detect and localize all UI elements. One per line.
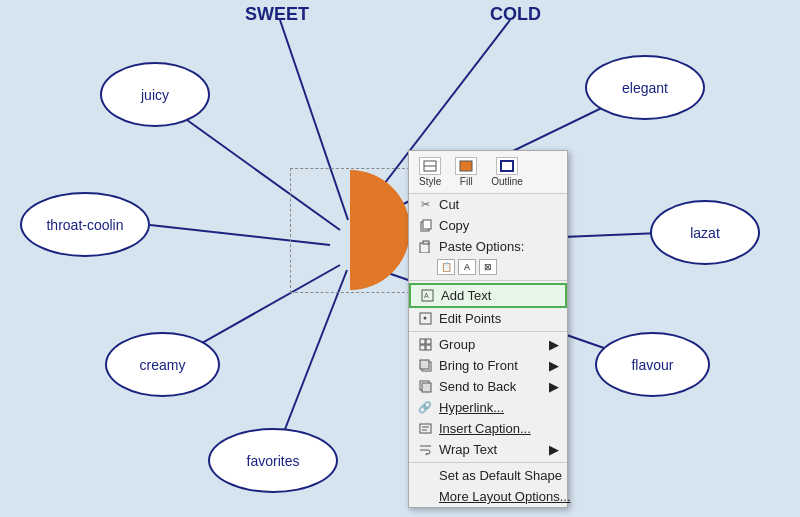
svg-point-20 xyxy=(423,317,426,320)
copy-icon xyxy=(417,219,433,233)
svg-rect-11 xyxy=(460,161,472,171)
wrap-text-arrow: ▶ xyxy=(549,442,559,457)
separator-3 xyxy=(409,462,567,463)
node-flavour: flavour xyxy=(595,332,710,397)
menu-item-copy[interactable]: Copy xyxy=(409,215,567,236)
svg-rect-26 xyxy=(420,360,429,369)
send-to-back-icon xyxy=(417,380,433,394)
node-creamy: creamy xyxy=(105,332,220,397)
edit-points-icon xyxy=(417,312,433,326)
svg-rect-28 xyxy=(422,383,431,392)
toolbar-fill-btn[interactable]: Fill xyxy=(451,155,481,189)
context-menu[interactable]: Style Fill Outline ✂ Cut xyxy=(408,150,568,508)
paste-option-2[interactable]: A xyxy=(458,259,476,275)
paste-icon xyxy=(417,240,433,254)
svg-line-7 xyxy=(280,20,348,220)
menu-item-add-text[interactable]: A Add Text xyxy=(409,283,567,308)
svg-rect-23 xyxy=(420,345,425,350)
wrap-text-icon xyxy=(417,443,433,457)
menu-item-hyperlink[interactable]: 🔗 Hyperlink... xyxy=(409,397,567,418)
svg-rect-29 xyxy=(420,424,431,433)
svg-rect-22 xyxy=(426,339,431,344)
cut-icon: ✂ xyxy=(417,198,433,212)
svg-rect-16 xyxy=(423,241,429,244)
more-layout-icon xyxy=(417,490,433,504)
node-elegant: elegant xyxy=(585,55,705,120)
menu-item-wrap-text[interactable]: Wrap Text ▶ xyxy=(409,439,567,460)
send-to-back-arrow: ▶ xyxy=(549,379,559,394)
menu-item-send-to-back[interactable]: Send to Back ▶ xyxy=(409,376,567,397)
label-cold: COLD xyxy=(490,4,541,25)
node-favorites: favorites xyxy=(208,428,338,493)
paste-option-1[interactable]: 📋 xyxy=(437,259,455,275)
node-lazat: lazat xyxy=(650,200,760,265)
bring-to-front-icon xyxy=(417,359,433,373)
mindmap-canvas: SWEET COLD juicy elegant throat-coolin l… xyxy=(0,0,800,517)
node-juicy: juicy xyxy=(100,62,210,127)
menu-item-bring-to-front[interactable]: Bring to Front ▶ xyxy=(409,355,567,376)
separator-1 xyxy=(409,280,567,281)
group-submenu-arrow: ▶ xyxy=(549,337,559,352)
menu-item-insert-caption[interactable]: Insert Caption... xyxy=(409,418,567,439)
insert-caption-icon xyxy=(417,422,433,436)
node-throat-cooling: throat-coolin xyxy=(20,192,150,257)
svg-rect-12 xyxy=(501,161,513,171)
paste-option-3[interactable]: ⊠ xyxy=(479,259,497,275)
menu-item-more-layout[interactable]: More Layout Options... xyxy=(409,486,567,507)
menu-item-group[interactable]: Group ▶ xyxy=(409,334,567,355)
group-icon xyxy=(417,338,433,352)
svg-rect-14 xyxy=(423,220,431,229)
menu-item-cut[interactable]: ✂ Cut xyxy=(409,194,567,215)
set-default-icon xyxy=(417,469,433,483)
toolbar-outline-btn[interactable]: Outline xyxy=(487,155,527,189)
label-sweet: SWEET xyxy=(245,4,309,25)
bring-to-front-arrow: ▶ xyxy=(549,358,559,373)
menu-item-edit-points[interactable]: Edit Points xyxy=(409,308,567,329)
toolbar-style-btn[interactable]: Style xyxy=(415,155,445,189)
menu-item-paste[interactable]: Paste Options: xyxy=(409,236,567,257)
svg-rect-24 xyxy=(426,345,431,350)
svg-line-2 xyxy=(150,225,330,245)
mini-toolbar: Style Fill Outline xyxy=(409,151,567,194)
svg-text:A: A xyxy=(424,292,429,299)
menu-item-set-default[interactable]: Set as Default Shape xyxy=(409,465,567,486)
separator-2 xyxy=(409,331,567,332)
hyperlink-icon: 🔗 xyxy=(417,401,433,415)
svg-rect-21 xyxy=(420,339,425,344)
add-text-icon: A xyxy=(419,289,435,303)
